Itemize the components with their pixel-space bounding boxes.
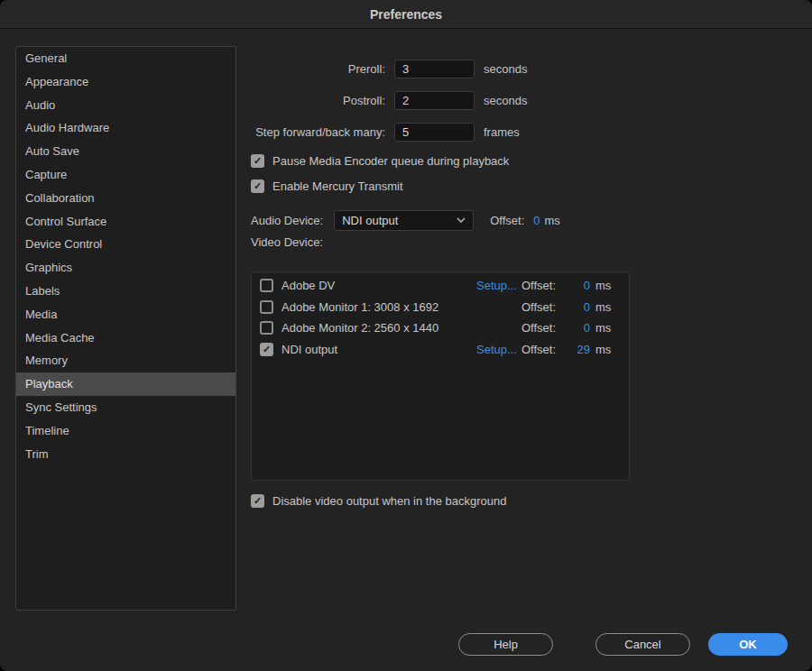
sidebar-item-playback[interactable]: Playback [16, 372, 235, 396]
sidebar-item-control-surface[interactable]: Control Surface [16, 210, 235, 234]
video-device-checkbox[interactable] [260, 300, 273, 314]
video-device-name: NDI output [281, 343, 476, 356]
video-device-checkbox[interactable] [260, 321, 273, 335]
sidebar-item-media-cache[interactable]: Media Cache [16, 326, 235, 350]
offset-unit: ms [592, 343, 615, 356]
sidebar-item-graphics[interactable]: Graphics [16, 256, 235, 280]
preroll-input[interactable] [394, 60, 475, 78]
preferences-dialog: Preferences General Appearance Audio Aud… [0, 0, 812, 671]
postroll-label: Postroll: [0, 94, 385, 107]
video-device-row-adobe-dv: Adobe DV Setup... Offset: 0 ms [252, 275, 629, 297]
offset-value[interactable]: 0 [568, 321, 592, 335]
sidebar-item-sync-settings[interactable]: Sync Settings [16, 396, 235, 419]
video-device-name: Adobe Monitor 2: 2560 x 1440 [281, 321, 476, 335]
video-device-label: Video Device: [251, 235, 323, 249]
setup-link[interactable]: Setup... [476, 279, 521, 292]
video-device-name: Adobe Monitor 1: 3008 x 1692 [281, 300, 476, 314]
offset-label: Offset: [521, 300, 568, 314]
audio-offset-value[interactable]: 0 [533, 214, 540, 227]
video-device-row-ndi-output: NDI output Setup... Offset: 29 ms [252, 339, 629, 361]
pause-encoder-row: Pause Media Encoder queue during playbac… [251, 152, 509, 169]
offset-value[interactable]: 0 [568, 300, 592, 314]
sidebar-item-labels[interactable]: Labels [16, 280, 235, 303]
video-device-name: Adobe DV [281, 279, 476, 292]
offset-label: Offset: [521, 343, 568, 356]
audio-device-row: Audio Device: NDI output Offset: 0 ms [251, 209, 560, 231]
step-many-label: Step forward/back many: [0, 125, 385, 139]
sidebar-item-device-control[interactable]: Device Control [16, 233, 235, 256]
help-button[interactable]: Help [458, 633, 553, 656]
audio-device-selected: NDI output [342, 214, 398, 227]
step-many-row: Step forward/back many: frames [0, 122, 520, 142]
mercury-transmit-checkbox[interactable] [251, 179, 264, 193]
sidebar-item-trim[interactable]: Trim [16, 443, 235, 466]
pause-encoder-label: Pause Media Encoder queue during playbac… [272, 154, 509, 168]
disable-background-checkbox[interactable] [251, 494, 264, 508]
step-many-unit: frames [484, 125, 520, 139]
sidebar-item-media[interactable]: Media [16, 303, 235, 326]
offset-value[interactable]: 0 [568, 279, 592, 292]
video-device-row-monitor-2: Adobe Monitor 2: 2560 x 1440 Offset: 0 m… [252, 317, 629, 339]
offset-unit: ms [592, 321, 615, 335]
audio-device-dropdown[interactable]: NDI output [334, 210, 474, 231]
sidebar-item-capture[interactable]: Capture [16, 163, 235, 187]
audio-offset-unit: ms [545, 214, 560, 227]
ok-button[interactable]: OK [708, 633, 788, 656]
offset-label: Offset: [521, 321, 568, 335]
sidebar-item-timeline[interactable]: Timeline [16, 419, 235, 443]
audio-offset-label: Offset: [490, 214, 524, 227]
sidebar-item-auto-save[interactable]: Auto Save [16, 140, 235, 163]
video-device-checkbox[interactable] [260, 279, 273, 292]
offset-value[interactable]: 29 [568, 343, 592, 356]
preroll-label: Preroll: [0, 62, 385, 76]
mercury-transmit-row: Enable Mercury Transmit [251, 178, 403, 194]
video-device-list: Adobe DV Setup... Offset: 0 ms Adobe Mon… [251, 271, 630, 481]
postroll-input[interactable] [394, 91, 475, 110]
video-device-row-monitor-1: Adobe Monitor 1: 3008 x 1692 Offset: 0 m… [252, 297, 629, 318]
postroll-unit: seconds [484, 94, 527, 107]
sidebar-item-memory[interactable]: Memory [16, 349, 235, 372]
offset-unit: ms [592, 300, 615, 314]
preroll-row: Preroll: seconds [0, 59, 527, 78]
cancel-button[interactable]: Cancel [595, 633, 690, 656]
preroll-unit: seconds [484, 62, 527, 76]
mercury-transmit-label: Enable Mercury Transmit [272, 179, 403, 193]
dialog-titlebar[interactable]: Preferences [0, 0, 812, 29]
chevron-down-icon [457, 217, 466, 223]
pause-encoder-checkbox[interactable] [251, 154, 264, 168]
dialog-title: Preferences [370, 7, 442, 22]
step-many-input[interactable] [394, 123, 475, 142]
audio-device-label: Audio Device: [251, 214, 323, 227]
disable-background-row: Disable video output when in the backgro… [251, 492, 506, 509]
postroll-row: Postroll: seconds [0, 90, 527, 110]
setup-link[interactable]: Setup... [476, 343, 521, 356]
offset-unit: ms [592, 279, 615, 292]
offset-label: Offset: [521, 279, 568, 292]
disable-background-label: Disable video output when in the backgro… [272, 494, 506, 508]
sidebar-item-collaboration[interactable]: Collaboration [16, 187, 235, 210]
video-device-checkbox[interactable] [260, 343, 273, 356]
